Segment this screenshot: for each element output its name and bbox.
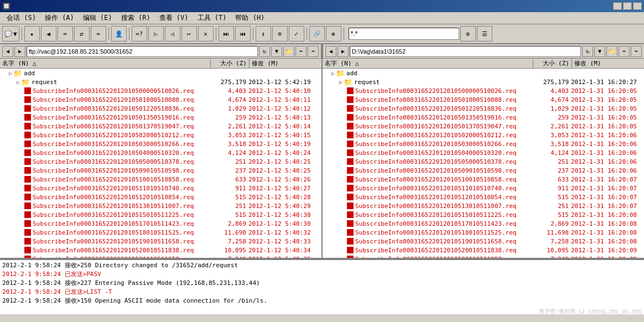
list-item[interactable]: SubscribeInfo000316522012010513010511007… [323,201,644,210]
right-arrow-button[interactable]: ▷ [148,26,164,41]
star-button[interactable]: ★ [24,26,40,41]
question-button[interactable]: =? [132,26,147,41]
right-addr-options-button[interactable]: ▼ [594,46,605,57]
list-item[interactable]: SubscribeInfo000316522012010517010511423… [323,219,644,228]
list-item[interactable]: SubscribeInfo000316522012010501000510088… [0,95,321,104]
left-addr-nav2-button[interactable]: ➡ [308,46,319,57]
list-item[interactable]: SubscribeInfo000316522012010503000510266… [0,139,321,148]
list-item[interactable]: SubscribeInfo000316522012010512010510854… [0,193,321,201]
left-col-size[interactable]: 大小 (Z) [211,59,250,68]
left-addr-go-button[interactable]: ◀ [2,46,13,57]
list-item[interactable]: SubscribeInfo000316522012010505000510378… [323,157,644,166]
right-addr-folder-button[interactable]: 📁 [606,46,617,57]
list-item[interactable]: SubscribeInfo000316522012010519010511658… [0,237,321,246]
list-item[interactable]: SubscribeInfo000316522012010501370519047… [323,122,644,131]
list-item[interactable]: SubscribeInfo000316522012010512010510854… [323,193,644,201]
list-item[interactable]: SubscribeInfo000316522012010504000510320… [323,148,644,157]
list-item[interactable]: SubscribeInfo000316522012010519010511658… [323,237,644,246]
right-addr-nav2-button[interactable]: ➡ [631,46,642,57]
list-item[interactable]: SubscribeInfo000316522012010518010511525… [323,228,644,237]
left-addr-folder-button[interactable]: 📁 [283,46,294,57]
right-addr-nav1-button[interactable]: ⬅ [619,46,630,57]
menu-tools[interactable]: 工具 (T) [193,12,231,24]
copy-right-button[interactable]: ↦ [181,26,197,41]
list-item[interactable]: SubscribeInfo000316522012010500000510026… [0,86,321,95]
left-arrow-button[interactable]: ◁ [165,26,180,41]
right-addr-go-button[interactable]: ◀ [325,46,336,57]
session-button[interactable]: 💬 ▼ [2,26,19,41]
list-item[interactable]: SubscribeInfo000316522012010510010510858… [323,175,644,184]
list-item[interactable]: SubscribeInfo000316522012010501370519047… [0,122,321,131]
list-item[interactable]: SubscribeInfo000316522012010520010511838… [323,246,644,255]
menu-action[interactable]: 操作 (A) [40,12,79,24]
list-item[interactable]: SubscribeInfo000316522012010501220518836… [323,104,644,113]
file-type-icon [24,158,31,165]
filter-menu-button[interactable]: ☰ [477,26,492,41]
menu-search[interactable]: 搜索 (R) [117,12,155,24]
list-item[interactable]: SubscribeInfo000316522012010501350519016… [323,113,644,122]
skip-right-button[interactable]: ⏭ [219,26,234,41]
list-item[interactable]: SubscribeInfo000316522012010500000510026… [323,86,644,95]
list-item[interactable]: SubscribeInfo000316522012010502000510212… [323,131,644,139]
list-item[interactable]: SubscribeInfo000316522012010510010510858… [0,175,321,184]
right-col-name[interactable]: 名字 (N) △ [323,59,533,68]
link-button[interactable]: 🔗 [309,26,325,41]
filter-options-button[interactable]: ⚙ [460,26,476,41]
list-item[interactable]: SubscribeInfo000316522012010511010510740… [0,184,321,193]
list-item[interactable]: ▷ 📁 request 275,179 2012-1-12 5:42:19 [0,77,321,86]
delete-button[interactable]: ✕ [198,26,214,41]
list-item[interactable]: SubscribeInfo000316522012010518010511525… [0,228,321,237]
close-button[interactable] [633,2,642,10]
left-addr-options-button[interactable]: ▼ [271,46,282,57]
list-item[interactable]: SubscribeInfo000316522012010501000510088… [323,95,644,104]
file-type-icon [347,185,354,191]
list-item[interactable]: SubscribeInfo000316522012010509010510598… [323,166,644,175]
equals-button[interactable]: = [58,26,73,41]
prev-button[interactable]: ◀ [41,26,56,41]
minimize-button[interactable] [613,2,622,10]
right-address-input[interactable] [350,46,581,57]
filter-input[interactable] [349,28,459,40]
menu-help[interactable]: 帮助 (H) [231,12,269,24]
right-col-date[interactable]: 修改 (M) [572,59,644,68]
list-item[interactable]: SubscribeInfo000316522012010504000510320… [0,148,321,157]
list-item[interactable]: SubscribeInfo000316522012010501220518836… [0,104,321,113]
list-item[interactable]: SubscribeInfo000316522012010511010510740… [323,184,644,193]
list-item[interactable]: SubscribeInfo000316522012010520010511838… [0,246,321,255]
list-item[interactable]: ▷ 📁 request 275,179 2012-1-31 16:20:27 [323,77,644,86]
sync-button[interactable]: ⇄ [74,26,90,41]
list-item[interactable]: SubscribeInfo000316522012010501350519016… [0,113,321,122]
file-type-icon [347,229,354,236]
list-item[interactable]: SubscribeInfo000316522012010505000510378… [0,157,321,166]
left-address-input[interactable] [27,46,258,57]
align-button[interactable]: ≡ [272,26,288,41]
list-item[interactable]: ▷ 📁 add [323,69,644,77]
list-item[interactable]: SubscribeInfo000316522012010502000510212… [0,131,321,139]
list-item[interactable]: SubscribeInfo000316522012010515010511225… [323,210,644,219]
menu-session[interactable]: 会话 (S) [2,12,40,24]
left-addr-nav1-button[interactable]: ⬅ [295,46,307,57]
right-addr-forward-button[interactable]: ▶ [337,46,349,57]
left-addr-forward-button[interactable]: ▶ [14,46,25,57]
move-button[interactable]: ↕ [256,26,271,41]
left-panel: 名字 (N) △ 大小 (Z) 修改 (M) ▷ 📁 add ▷ 📁 reque… [0,59,323,258]
left-col-name[interactable]: 名字 (N) △ [0,59,211,68]
tilde-button[interactable]: ≈ [91,26,106,41]
right-col-size[interactable]: 大小 (Z) [533,59,572,68]
list-item[interactable]: SubscribeInfo000316522012010509010510598… [0,166,321,175]
left-col-date[interactable]: 修改 (M) [250,59,321,68]
list-item[interactable]: SubscribeInfo000316522012010515010511225… [0,210,321,219]
list-item[interactable]: SubscribeInfo000316522012010517010511423… [0,219,321,228]
stop-button[interactable]: ⊗ [326,26,341,41]
left-addr-refresh-button[interactable]: ↻ [259,46,270,57]
right-addr-refresh-button[interactable]: ↻ [582,46,593,57]
menu-edit[interactable]: 编辑 (E) [79,12,117,24]
list-item[interactable]: ▷ 📁 add [0,69,321,77]
list-item[interactable]: SubscribeInfo000316522012010513010511007… [0,201,321,210]
person-button[interactable]: 👤 [111,26,127,41]
menu-view[interactable]: 查看 (V) [155,12,193,24]
list-item[interactable]: SubscribeInfo000316522012010503000510266… [323,139,644,148]
maximize-button[interactable] [623,2,632,10]
check-button[interactable]: ✓ [289,26,304,41]
skip-left-button[interactable]: ⏮ [235,26,251,41]
